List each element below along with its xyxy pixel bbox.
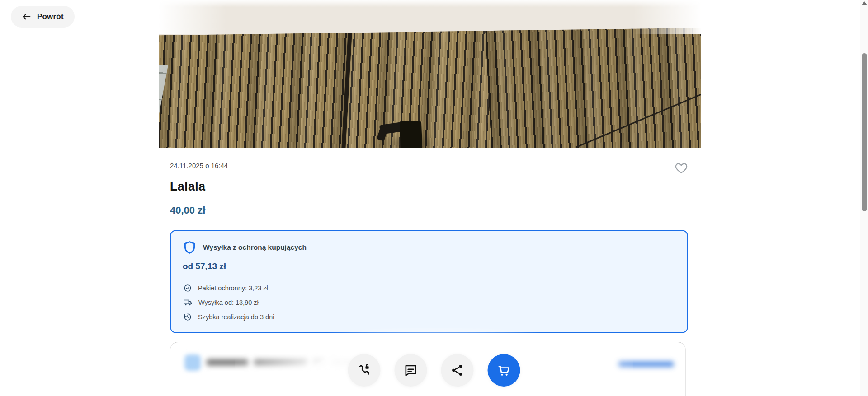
action-bar [348,354,520,387]
shipping-detail-row: Szybka realizacja do 3 dni [184,313,274,321]
listing-title: Lalala [170,180,205,194]
buyer-protection-box: Wysyłka z ochroną kupujących od 57,13 zł… [170,230,688,333]
back-button-label: Powrót [37,12,64,21]
photo-fade-top [159,0,701,7]
product-photo[interactable] [159,0,701,148]
buyer-protection-title: Wysyłka z ochroną kupujących [203,243,307,252]
wood-slats-left [159,28,520,148]
seller-link-blurred[interactable] [618,361,674,367]
shipping-detail-label: Wysyłka od: 13,90 zł [198,299,259,306]
shipping-detail-label: Pakiet ochronny: 3,23 zł [198,284,268,292]
scrollbar-thumb[interactable] [862,53,867,211]
badge-check-icon [184,284,192,292]
truck-icon [184,298,192,307]
call-button[interactable] [348,354,381,387]
favorite-button[interactable] [674,160,689,176]
phone-lock-icon [357,363,372,377]
buyer-protection-header: Wysyłka z ochroną kupujących [184,241,307,254]
shipping-detail-row: Wysyłka od: 13,90 zł [184,298,259,307]
share-button[interactable] [441,354,474,387]
heart-icon [675,161,688,175]
shipping-detail-label: Szybka realizacja do 3 dni [198,313,274,321]
listing-date: 24.11.2025 o 16:44 [170,162,228,169]
chat-button[interactable] [395,354,427,387]
add-to-cart-button[interactable] [488,354,520,387]
listing-price: 40,00 zł [170,205,205,216]
shipping-total-price: od 57,13 zł [183,261,226,271]
shield-icon [184,241,196,254]
wood-slat-wall [159,28,701,148]
scrollbar-up-arrow-icon[interactable] [862,1,867,5]
arrow-left-icon [22,12,32,22]
listing-page: Powrót 24.11.2025 o 16:44 Lalala 40,00 z… [0,0,868,396]
faucet-body [400,121,422,148]
wood-slats-right [485,28,701,148]
back-button[interactable]: Powrót [11,6,75,28]
chat-icon [404,363,418,377]
share-icon [451,363,464,377]
shipping-detail-row: Pakiet ochronny: 3,23 zł [184,284,268,292]
seller-avatar-blurred [184,354,201,371]
clock-history-icon [184,313,192,321]
scrollbar [860,0,868,396]
cart-icon [497,363,511,377]
